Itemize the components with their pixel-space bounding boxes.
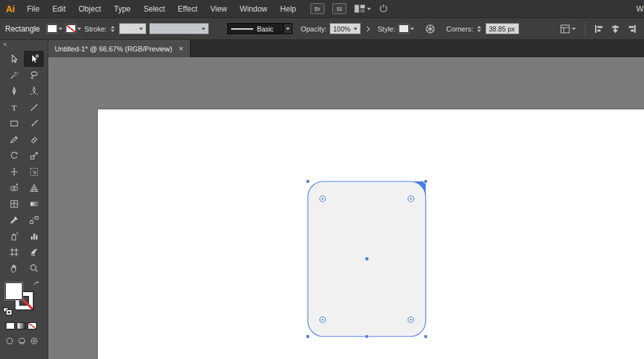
recolor-artwork-button[interactable]	[424, 24, 437, 34]
draw-inside-icon[interactable]	[30, 337, 38, 345]
sync-status-button[interactable]	[379, 4, 388, 14]
default-fill-stroke-icon[interactable]	[3, 308, 12, 315]
tab-close-button[interactable]: ×	[178, 44, 184, 53]
chevron-down-icon	[354, 28, 357, 30]
panel-collapse-button[interactable]: «	[0, 40, 48, 49]
brush-definition-dropdown[interactable]: Basic	[227, 23, 292, 34]
document-tab[interactable]: Untitled-1* @ 66.67% (RGB/Preview) ×	[48, 40, 191, 57]
symbol-sprayer-tool[interactable]	[4, 228, 24, 244]
scale-tool[interactable]	[24, 147, 44, 163]
fill-color-swatch[interactable]	[5, 282, 23, 300]
eraser-tool[interactable]	[24, 131, 44, 147]
slice-tool[interactable]	[24, 244, 44, 260]
canvas-area[interactable]	[48, 57, 644, 359]
stroke-weight-stepper[interactable]	[110, 26, 116, 32]
anchor-top-left[interactable]	[307, 180, 310, 183]
bridge-button[interactable]: Br	[310, 3, 325, 14]
perspective-grid-tool[interactable]	[24, 180, 44, 196]
corners-stepper[interactable]	[477, 26, 482, 32]
rotate-tool[interactable]	[4, 147, 24, 163]
graphic-style-dropdown[interactable]	[399, 24, 414, 33]
draw-normal-icon[interactable]	[6, 337, 14, 345]
mesh-icon	[9, 199, 19, 209]
hand-icon	[9, 263, 19, 273]
free-transform-tool[interactable]	[24, 163, 44, 180]
none-mode-button[interactable]	[28, 322, 37, 329]
corner-widget-dot	[410, 319, 412, 321]
menu-effect[interactable]: Effect	[171, 0, 204, 18]
paintbrush-tool[interactable]	[24, 115, 44, 131]
curvature-tool[interactable]	[24, 83, 44, 99]
mesh-tool[interactable]	[4, 196, 24, 212]
arrange-documents-button[interactable]	[354, 5, 371, 13]
corners-field[interactable]: 38.85 px	[486, 23, 519, 34]
pencil-tool[interactable]	[4, 131, 24, 147]
eyedropper-tool[interactable]	[4, 212, 24, 228]
anchor-bottom-left[interactable]	[307, 335, 310, 338]
zoom-icon	[29, 263, 39, 273]
control-bar-right-group	[560, 23, 639, 35]
style-label: Style:	[377, 25, 395, 33]
direct-selection-arrow-icon	[29, 54, 39, 64]
menu-window[interactable]: Window	[233, 0, 274, 18]
draw-behind-icon[interactable]	[18, 337, 26, 345]
artboard-tool[interactable]	[4, 244, 24, 260]
color-mode-button[interactable]	[6, 322, 15, 329]
direct-selection-tool[interactable]	[24, 51, 44, 67]
menu-select[interactable]: Select	[137, 0, 171, 18]
stroke-color-dropdown[interactable]	[66, 24, 81, 33]
gradient-icon	[29, 199, 39, 209]
menu-help[interactable]: Help	[274, 0, 303, 18]
type-tool[interactable]: T	[4, 99, 24, 115]
menu-object[interactable]: Object	[72, 0, 108, 18]
hand-tool[interactable]	[4, 260, 24, 276]
shape-properties-icon	[560, 24, 570, 33]
app-logo: Ai	[0, 4, 21, 14]
blend-icon	[29, 215, 39, 225]
line-segment-tool[interactable]	[24, 99, 44, 115]
menu-view[interactable]: View	[204, 0, 234, 18]
menu-edit[interactable]: Edit	[46, 0, 72, 18]
anchor-bottom-center[interactable]	[365, 335, 368, 338]
opacity-field[interactable]: 100%	[330, 23, 361, 34]
fill-color-dropdown[interactable]	[47, 24, 62, 33]
column-graph-tool[interactable]	[24, 228, 44, 244]
opacity-panel-button[interactable]	[364, 27, 370, 31]
anchor-bottom-right[interactable]	[424, 335, 428, 338]
symbol-sprayer-icon	[9, 231, 19, 241]
chevron-right-icon	[365, 26, 370, 31]
blend-tool[interactable]	[24, 212, 44, 228]
shape-center-point[interactable]	[366, 257, 369, 261]
opacity-label: Opacity:	[301, 25, 327, 33]
gradient-mode-button[interactable]	[17, 322, 26, 329]
magic-wand-tool[interactable]	[4, 67, 24, 83]
shape-builder-icon	[9, 183, 19, 193]
fill-swatch	[47, 24, 57, 33]
pen-tool[interactable]	[4, 83, 24, 99]
selection-arrow-icon	[9, 54, 19, 64]
menu-type[interactable]: Type	[108, 0, 137, 18]
align-left-icon[interactable]	[594, 24, 604, 33]
brush-definition-value: Basic	[227, 23, 284, 34]
variable-width-profile-dropdown[interactable]	[149, 23, 209, 34]
swap-fill-stroke-icon[interactable]	[33, 281, 40, 288]
rectangle-tool[interactable]	[4, 115, 24, 131]
selection-tool[interactable]	[4, 51, 24, 67]
anchor-top-right[interactable]	[424, 180, 428, 183]
stroke-weight-dropdown[interactable]	[119, 23, 146, 34]
lasso-tool[interactable]	[24, 67, 44, 83]
chevron-down-icon	[367, 8, 371, 10]
align-center-icon[interactable]	[611, 24, 620, 33]
stepper-down-icon	[111, 30, 115, 32]
menu-file[interactable]: File	[21, 0, 46, 18]
shape-builder-tool[interactable]	[4, 180, 24, 196]
zoom-tool[interactable]	[24, 260, 44, 276]
align-right-icon[interactable]	[627, 24, 636, 33]
width-tool[interactable]	[4, 163, 24, 180]
stock-button[interactable]: St	[332, 3, 346, 14]
type-icon: T	[9, 102, 19, 113]
default-stroke-mini	[6, 310, 12, 315]
gradient-tool[interactable]	[24, 196, 44, 212]
stepper-down-icon	[477, 30, 481, 32]
shape-properties-button[interactable]	[560, 24, 576, 33]
